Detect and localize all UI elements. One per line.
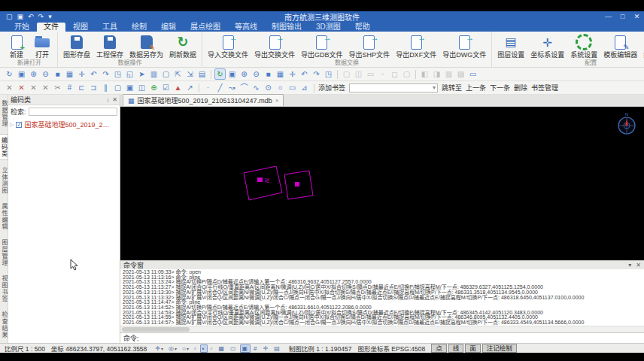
draw-mode-button[interactable]: 面 <box>465 344 481 353</box>
toolbar-icon[interactable]: ◧ <box>419 68 430 80</box>
toolbar-icon[interactable]: ✕ <box>4 82 15 93</box>
draw-mode-button[interactable]: 点 <box>431 344 447 353</box>
toolbar-icon[interactable]: ■ <box>263 68 274 80</box>
menu-tab[interactable]: 绘制 <box>125 23 153 32</box>
toolbar-icon[interactable]: ▥ <box>148 68 159 80</box>
checkbox[interactable]: ✓ <box>16 122 22 128</box>
snap-toggle-button[interactable]: ◎ ▾ <box>166 344 179 353</box>
menu-tab[interactable]: 帮助 <box>348 23 377 32</box>
toolbar-icon[interactable] <box>199 83 199 93</box>
snap-toggle-button[interactable]: ▣ <box>240 344 251 353</box>
tab-close-icon[interactable]: × <box>275 97 279 104</box>
quick-access-icon[interactable]: ▣ <box>17 14 24 20</box>
side-panel-tab[interactable]: 视图书签 <box>0 273 8 305</box>
menu-tab[interactable]: 文件 <box>37 23 65 32</box>
menu-tab[interactable]: 视图 <box>66 23 95 32</box>
toolbar-icon[interactable]: ↷ <box>311 68 322 80</box>
add-bookmark-button[interactable]: 添加书签 <box>318 83 345 93</box>
toolbar-icon[interactable]: ✛ <box>76 68 87 80</box>
toolbar-icon[interactable]: ▫ <box>377 68 388 80</box>
snap-toggle-button[interactable]: ▫ <box>208 344 216 353</box>
toolbar-icon[interactable]: ▢ <box>401 68 412 80</box>
bookmark-delete-button[interactable]: 删除 <box>514 83 527 93</box>
ribbon-button[interactable]: 导出DWG文件 <box>440 33 488 59</box>
toolbar-icon[interactable]: ↷ <box>100 68 111 80</box>
close-button[interactable]: ✕ <box>630 11 644 23</box>
snap-toggle-button[interactable]: ○ ▾ <box>180 344 191 353</box>
toolbar-icon[interactable]: ▦ <box>275 68 286 80</box>
snap-toggle-button[interactable]: ▪ <box>200 344 208 353</box>
document-tab[interactable]: ▦ 国家基础地理500_2019_210513104247.mdb × <box>123 94 284 106</box>
toolbar-icon[interactable]: ⊿ <box>299 82 310 93</box>
toolbar-icon[interactable]: ▨ <box>455 68 466 80</box>
toolbar-icon[interactable]: · <box>202 82 214 93</box>
command-close-icon[interactable]: ✕ <box>636 262 641 268</box>
snap-toggle-button[interactable]: ✛ <box>261 344 272 353</box>
ribbon-button[interactable]: 数据另存为 <box>127 33 166 59</box>
toolbar-icon[interactable]: ▭ <box>365 68 376 80</box>
toolbar-icon[interactable]: ◱ <box>124 68 135 80</box>
ribbon-button[interactable]: 导入交换文件 <box>205 33 251 59</box>
toolbar-icon[interactable]: ▣ <box>16 68 27 80</box>
side-panel-tab[interactable]: 数据管理 <box>0 98 8 129</box>
toolbar-icon[interactable]: ▤ <box>196 68 208 80</box>
toolbar-icon[interactable]: ✕ <box>16 82 27 93</box>
toolbar-icon[interactable]: ∥ <box>100 82 111 93</box>
ribbon-button[interactable]: 导出DXF文件 <box>393 33 439 59</box>
side-panel-tab[interactable]: 图层管理 <box>0 237 8 268</box>
ribbon-button[interactable]: 图形存盘 <box>61 33 93 59</box>
toolbar-icon[interactable]: ⊕ <box>238 68 250 80</box>
side-panel-tab[interactable]: 检查结果 <box>0 309 8 341</box>
toolbar-icon[interactable]: ⊖ <box>40 68 51 80</box>
snap-toggle-button[interactable]: ▭ <box>228 344 239 353</box>
toolbar-icon[interactable]: ◳ <box>112 68 123 80</box>
menu-tab[interactable]: 展点绘图 <box>184 23 227 32</box>
menu-tab[interactable]: 工具 <box>96 23 124 32</box>
menu-tab[interactable]: 开始 <box>8 23 36 32</box>
toolbar-icon[interactable]: ✂ <box>52 82 63 93</box>
ribbon-button[interactable]: 刷新数据 <box>167 33 199 59</box>
menu-tab[interactable]: 编辑 <box>154 23 183 32</box>
toolbar-icon[interactable] <box>211 70 211 79</box>
toolbar-icon[interactable]: ↶ <box>88 68 99 80</box>
toolbar-icon[interactable]: # <box>64 82 75 93</box>
toolbar-icon[interactable]: ⇲ <box>184 68 196 80</box>
toolbar-icon[interactable]: ✕ <box>28 82 39 93</box>
toolbar-icon[interactable]: ■ <box>52 68 63 80</box>
snap-toggle-button[interactable]: ▤ <box>272 344 283 353</box>
map-canvas[interactable]: 砼N <box>120 107 644 260</box>
bookmark-select[interactable]: ▾ <box>349 83 438 93</box>
ribbon-button[interactable]: 导出SHP文件 <box>347 33 393 59</box>
ribbon-button[interactable]: 导出交换文件 <box>252 33 297 59</box>
toolbar-icon[interactable]: ◫ <box>136 82 147 93</box>
toolbar-icon[interactable]: ▣ <box>124 82 135 93</box>
side-panel-tab[interactable]: 立体测图 <box>0 165 8 196</box>
bookmark-goto-button[interactable]: 跳转至 <box>442 83 462 93</box>
toolbar-icon[interactable]: ↗ <box>184 82 196 93</box>
side-panel-tab[interactable]: 编码类 <box>0 134 8 160</box>
ribbon-button[interactable]: 系统设置 <box>568 33 600 59</box>
quick-access-icon[interactable]: ▢ <box>6 14 13 20</box>
toolbar-icon[interactable]: ∿ <box>251 82 262 93</box>
ribbon-button[interactable]: 新建 <box>5 33 29 59</box>
log-scrollbar[interactable] <box>120 326 644 332</box>
toolbar-icon[interactable]: ⊐ <box>88 82 99 93</box>
menu-tab[interactable]: 制图输出 <box>265 23 308 32</box>
toolbar-icon[interactable]: ➤ <box>136 68 147 80</box>
toolbar-icon[interactable]: ◨ <box>431 68 442 80</box>
toolbar-icon[interactable]: ↝ <box>226 82 238 93</box>
toolbar-icon[interactable]: ▢ <box>160 68 172 80</box>
draw-mode-button[interactable]: 注记绘制 <box>482 344 517 353</box>
toolbar-icon[interactable]: ⊕ <box>28 68 39 80</box>
scrollbar-thumb[interactable] <box>122 327 190 332</box>
quick-access-icon[interactable]: ▾ <box>48 14 52 20</box>
toolbar-icon[interactable]: ⊕ <box>148 82 159 93</box>
minimize-button[interactable]: — <box>601 11 615 23</box>
bookmark-prev-button[interactable]: 上一条 <box>466 83 486 93</box>
quick-access-icon[interactable]: ↷ <box>38 14 44 20</box>
command-input[interactable] <box>141 334 644 343</box>
panel-close-icon[interactable]: ✕ <box>112 96 117 103</box>
toolbar-icon[interactable]: ✕ <box>40 82 51 93</box>
snap-toggle-button[interactable]: ▦ <box>216 344 227 353</box>
expand-arrow-icon[interactable]: ▷ <box>10 122 14 128</box>
